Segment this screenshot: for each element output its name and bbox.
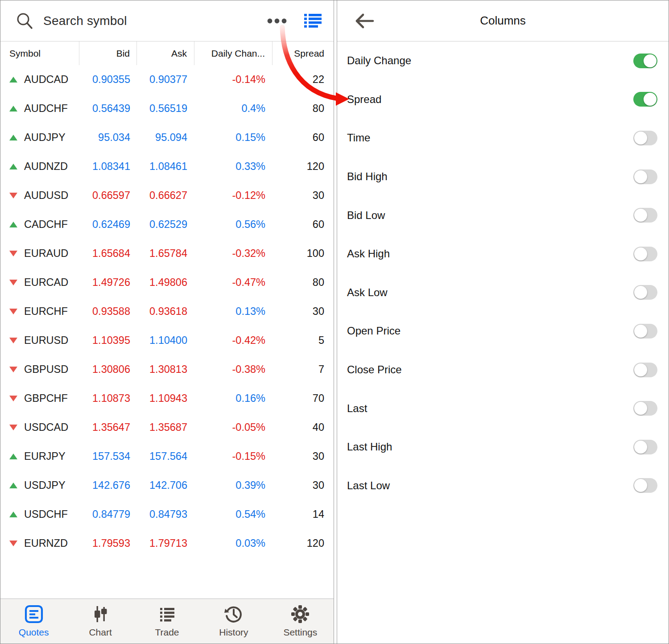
- bid-value: 157.534: [79, 450, 137, 462]
- column-toggle-row: Last Low: [337, 466, 669, 505]
- ask-value: 0.62529: [137, 219, 194, 231]
- quote-row[interactable]: AUDNZD 1.08341 1.08461 0.33% 120: [0, 152, 334, 181]
- spread-value: 60: [273, 219, 334, 231]
- quote-row[interactable]: AUDUSD 0.66597 0.66627 -0.12% 30: [0, 181, 334, 210]
- switch-knob: [634, 325, 647, 338]
- toggle-label: Open Price: [347, 325, 401, 337]
- symbol-label: USDJPY: [24, 479, 66, 491]
- ask-value: 0.66627: [137, 190, 194, 202]
- spread-value: 80: [273, 103, 334, 115]
- toggle-label: Daily Change: [347, 54, 411, 67]
- switch-knob: [634, 132, 647, 144]
- tab-trade[interactable]: Trade: [134, 599, 200, 644]
- daily-change-value: 0.39%: [194, 479, 273, 491]
- daily-change-value: 0.15%: [194, 132, 273, 144]
- bid-value: 0.56439: [79, 103, 137, 115]
- ask-value: 0.93618: [137, 305, 194, 318]
- tab-label: Settings: [283, 627, 317, 638]
- tab-chart[interactable]: Chart: [67, 599, 133, 644]
- toggle-switch[interactable]: [633, 401, 657, 416]
- quote-row[interactable]: AUDCAD 0.90355 0.90377 -0.14% 22: [0, 65, 334, 94]
- quote-row[interactable]: EURAUD 1.65684 1.65784 -0.32% 100: [0, 239, 334, 268]
- toggle-switch[interactable]: [633, 363, 657, 377]
- trend-triangle-icon: [9, 367, 17, 372]
- daily-change-value: -0.47%: [194, 277, 273, 289]
- ask-value: 0.56519: [137, 103, 194, 115]
- quote-row[interactable]: EURNZD 1.79593 1.79713 0.03% 120: [0, 529, 334, 558]
- quote-row[interactable]: USDCAD 1.35647 1.35687 -0.05% 40: [0, 413, 334, 442]
- bid-value: 1.08341: [79, 161, 137, 173]
- tab-quotes[interactable]: Quotes: [0, 599, 67, 644]
- symbol-label: GBPUSD: [24, 363, 68, 376]
- column-toggle-row: Close Price: [337, 351, 669, 389]
- ask-value: 1.10943: [137, 392, 194, 405]
- ask-value: 157.564: [137, 450, 194, 462]
- daily-change-value: -0.05%: [194, 421, 273, 433]
- tab-history[interactable]: History: [200, 599, 267, 644]
- search-input[interactable]: Search symbol: [43, 14, 127, 28]
- toggle-switch[interactable]: [633, 208, 657, 223]
- toggle-switch[interactable]: [633, 247, 657, 261]
- symbol-label: AUDUSD: [24, 190, 68, 202]
- toggle-switch[interactable]: [633, 440, 657, 454]
- bottom-tab-bar: Quotes Chart: [0, 599, 334, 644]
- quote-row[interactable]: AUDJPY 95.034 95.094 0.15% 60: [0, 123, 334, 152]
- quote-row[interactable]: EURJPY 157.534 157.564 -0.15% 30: [0, 442, 334, 471]
- trend-triangle-icon: [9, 425, 17, 430]
- spread-value: 40: [273, 421, 334, 433]
- column-header-bid: Bid: [79, 41, 137, 65]
- trend-triangle-icon: [9, 483, 17, 488]
- switch-knob: [634, 479, 647, 492]
- quote-row[interactable]: EURUSD 1.10395 1.10400 -0.42% 5: [0, 326, 334, 355]
- toggle-switch[interactable]: [633, 324, 657, 339]
- toggle-label: Last Low: [347, 479, 390, 492]
- quote-row[interactable]: EURCAD 1.49726 1.49806 -0.47% 80: [0, 268, 334, 297]
- list-view-icon[interactable]: [304, 13, 322, 29]
- symbol-label: USDCHF: [24, 508, 68, 520]
- trend-triangle-icon: [9, 512, 17, 517]
- quote-row[interactable]: GBPUSD 1.30806 1.30813 -0.38% 7: [0, 355, 334, 384]
- back-arrow-icon[interactable]: [353, 12, 375, 30]
- symbol-label: AUDCAD: [24, 74, 68, 86]
- tab-label: Trade: [155, 627, 179, 638]
- switch-knob: [644, 54, 657, 67]
- quote-row[interactable]: USDCHF 0.84779 0.84793 0.54% 14: [0, 500, 334, 529]
- quote-row[interactable]: EURCHF 0.93588 0.93618 0.13% 30: [0, 297, 334, 326]
- switch-knob: [634, 170, 647, 183]
- quote-row[interactable]: GBPCHF 1.10873 1.10943 0.16% 70: [0, 384, 334, 413]
- column-toggle-row: Bid High: [337, 157, 669, 196]
- trend-triangle-icon: [9, 338, 17, 343]
- ask-value: 1.79713: [137, 537, 194, 549]
- quotes-panel: Search symbol: [0, 0, 334, 644]
- toggle-label: Last: [347, 402, 367, 415]
- daily-change-value: 0.16%: [194, 392, 273, 405]
- ask-value: 1.10400: [137, 334, 194, 347]
- ellipsis-menu-icon[interactable]: [267, 18, 287, 24]
- tab-label: Quotes: [19, 627, 49, 638]
- app-screen: Search symbol: [0, 0, 669, 644]
- ask-value: 1.30813: [137, 363, 194, 376]
- toggle-switch[interactable]: [633, 169, 657, 184]
- switch-knob: [634, 286, 647, 299]
- toggle-switch[interactable]: [633, 54, 657, 68]
- ask-value: 1.49806: [137, 277, 194, 289]
- daily-change-value: 0.33%: [194, 161, 273, 173]
- toggle-switch[interactable]: [633, 92, 657, 107]
- daily-change-value: 0.54%: [194, 508, 273, 520]
- quote-row[interactable]: CADCHF 0.62469 0.62529 0.56% 60: [0, 210, 334, 239]
- quote-row[interactable]: AUDCHF 0.56439 0.56519 0.4% 80: [0, 94, 334, 123]
- quote-row[interactable]: USDJPY 142.676 142.706 0.39% 30: [0, 471, 334, 500]
- search-bar[interactable]: Search symbol: [0, 0, 334, 41]
- switch-knob: [634, 248, 647, 260]
- symbol-label: EURNZD: [24, 537, 68, 549]
- tab-settings[interactable]: Settings: [267, 599, 334, 644]
- bid-value: 0.84779: [79, 508, 137, 520]
- column-toggle-row: Open Price: [337, 312, 669, 351]
- toggle-switch[interactable]: [633, 131, 657, 145]
- toggle-switch[interactable]: [633, 478, 657, 493]
- toggle-switch[interactable]: [633, 285, 657, 300]
- column-toggle-row: Daily Change: [337, 41, 669, 80]
- toggle-label: Bid High: [347, 170, 388, 183]
- search-icon: [16, 11, 33, 31]
- bid-value: 1.79593: [79, 537, 137, 549]
